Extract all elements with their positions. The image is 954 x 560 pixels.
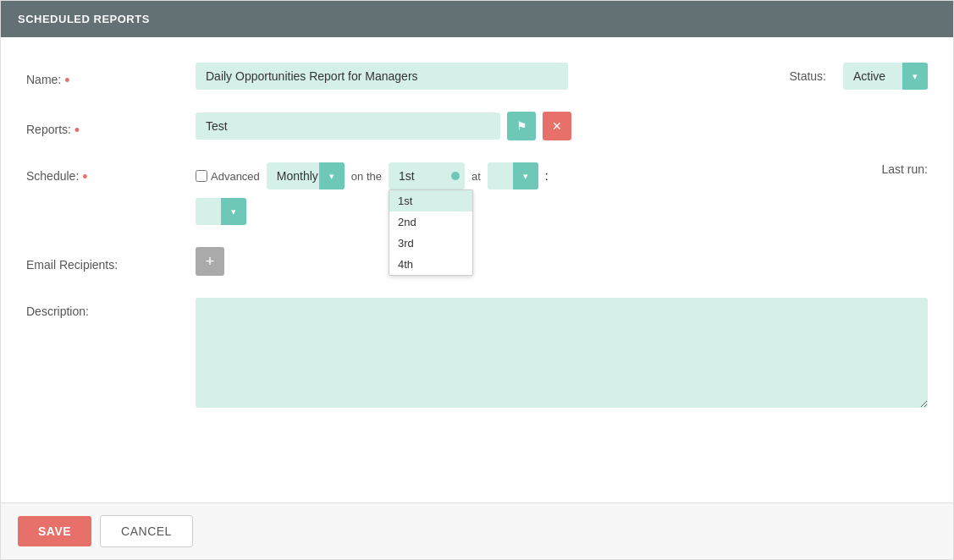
modal-header: SCHEDULED REPORTS <box>1 1 953 37</box>
ampm-input[interactable] <box>196 198 246 225</box>
schedule-required-dot: • <box>82 168 87 185</box>
reports-label: Reports: • <box>26 116 196 136</box>
modal-container: SCHEDULED REPORTS Name: • Status: Active… <box>0 0 954 560</box>
modal-body: Name: • Status: Active Inactive ▾ <box>1 37 953 502</box>
cancel-button[interactable]: CANCEL <box>100 515 193 547</box>
add-icon: + <box>206 253 215 271</box>
email-recipients-label: Email Recipients: <box>26 251 196 272</box>
last-run-section: Last run: <box>882 162 928 176</box>
save-button[interactable]: SAVE <box>18 516 91 546</box>
close-icon: ✕ <box>552 119 562 133</box>
schedule-row: Schedule: • Advanced Daily Weekly Monthl… <box>26 162 928 225</box>
time-hour-input[interactable] <box>488 162 538 189</box>
name-label: Name: • <box>26 66 196 86</box>
day-input-wrapper <box>389 162 465 189</box>
status-label: Status: <box>789 69 826 83</box>
reports-required-dot: • <box>74 122 80 139</box>
reports-remove-button[interactable]: ✕ <box>543 112 571 140</box>
reports-input[interactable] <box>196 113 500 140</box>
description-content <box>196 298 928 408</box>
advanced-label: Advanced <box>196 170 260 183</box>
day-option-2nd[interactable]: 2nd <box>389 211 472 233</box>
frequency-select-wrapper: Daily Weekly Monthly Yearly ▾ <box>267 162 345 189</box>
reports-row: Reports: • ⚑ ✕ <box>26 112 928 140</box>
flag-icon: ⚑ <box>516 119 527 133</box>
schedule-label: Schedule: • <box>26 162 196 183</box>
description-textarea[interactable] <box>196 298 928 408</box>
email-recipients-content: + <box>196 247 928 276</box>
name-row: Name: • Status: Active Inactive ▾ <box>26 63 928 90</box>
day-option-1st[interactable]: 1st <box>389 190 472 211</box>
modal-title: SCHEDULED REPORTS <box>18 13 150 25</box>
at-label: at <box>471 170 481 183</box>
email-recipients-row: Email Recipients: + <box>26 247 928 276</box>
day-option-3rd[interactable]: 3rd <box>389 233 472 254</box>
status-select-wrapper: Active Inactive ▾ <box>843 63 928 90</box>
day-dropdown-list: 1st 2nd 3rd 4th <box>389 189 473 276</box>
status-section: Status: Active Inactive ▾ <box>789 63 928 90</box>
day-dropdown-wrapper: 1st 2nd 3rd 4th <box>389 162 465 189</box>
day-option-4th[interactable]: 4th <box>389 254 472 275</box>
reports-content: ⚑ ✕ <box>196 112 928 140</box>
schedule-line1: Advanced Daily Weekly Monthly Yearly ▾ o… <box>196 162 549 189</box>
frequency-select[interactable]: Daily Weekly Monthly Yearly <box>267 162 345 189</box>
day-input-dot-icon <box>451 172 460 180</box>
name-input[interactable] <box>196 63 568 90</box>
add-email-button[interactable]: + <box>196 247 224 276</box>
on-the-label: on the <box>351 170 382 183</box>
description-row: Description: <box>26 298 928 408</box>
last-run-label: Last run: <box>882 162 928 176</box>
description-label: Description: <box>26 298 196 318</box>
advanced-checkbox[interactable] <box>196 170 207 182</box>
time-select-wrapper: ▾ <box>488 162 538 189</box>
ampm-select-wrapper: ▾ <box>196 198 246 225</box>
status-select[interactable]: Active Inactive <box>843 63 928 90</box>
schedule-line2: ▾ <box>196 198 246 225</box>
schedule-content: Advanced Daily Weekly Monthly Yearly ▾ o… <box>196 162 928 225</box>
reports-flag-button[interactable]: ⚑ <box>507 112 536 140</box>
modal-footer: SAVE CANCEL <box>1 502 953 559</box>
name-required-dot: • <box>64 72 69 89</box>
colon-label: : <box>545 169 549 183</box>
